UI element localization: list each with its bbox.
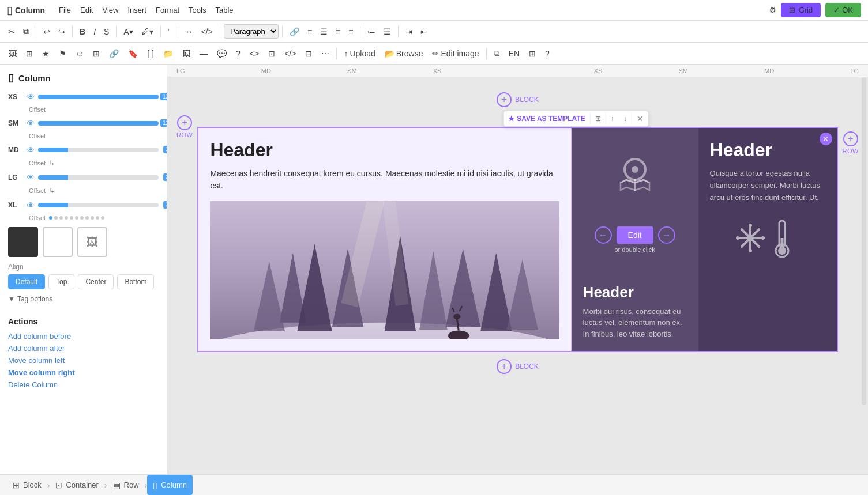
- dot-3[interactable]: [59, 216, 63, 220]
- close-column-button[interactable]: ✕: [820, 133, 832, 145]
- align-bottom-button[interactable]: Bottom: [117, 274, 154, 289]
- lg-slider[interactable]: 3: [38, 175, 159, 180]
- tag-options[interactable]: ▼ Tag options: [8, 295, 159, 303]
- column-mid[interactable]: ← Edit → or double click Header Morbi du…: [572, 128, 698, 351]
- ul-button[interactable]: ≔: [364, 25, 379, 39]
- breadcrumb-row[interactable]: ▤ Row: [107, 475, 145, 495]
- add-column-after-link[interactable]: Add column after: [8, 344, 159, 353]
- edit-image-button[interactable]: ✏ Edit image: [428, 47, 483, 61]
- html-button[interactable]: <>: [246, 47, 263, 61]
- justify-button[interactable]: ≡: [345, 25, 356, 39]
- template-bar-close-button[interactable]: ✕: [632, 111, 648, 126]
- add-row-right[interactable]: +: [843, 131, 858, 146]
- menu-tools[interactable]: Tools: [189, 6, 206, 14]
- cut-button[interactable]: ✂: [5, 25, 18, 39]
- undo-button[interactable]: ↩: [40, 25, 54, 39]
- code2-button[interactable]: </>: [280, 47, 300, 61]
- upload-button[interactable]: ↑ Upload: [340, 47, 379, 61]
- speech-button[interactable]: 💬: [213, 47, 231, 61]
- save-as-template-button[interactable]: ★ SAVE AS TEMPLATE: [503, 112, 589, 126]
- add-row-circle-icon[interactable]: +: [177, 115, 192, 130]
- gallery-button[interactable]: 🖼: [178, 47, 194, 61]
- align-right-button[interactable]: ≡: [332, 25, 344, 39]
- menu-view[interactable]: View: [102, 6, 118, 14]
- emoji-button[interactable]: ☺: [72, 47, 88, 61]
- widget-button[interactable]: ⊡: [264, 47, 279, 61]
- add-row-top[interactable]: +: [177, 115, 192, 130]
- image-insert-button[interactable]: 🖼: [5, 47, 21, 61]
- more-button[interactable]: ⋯: [317, 47, 333, 61]
- question-button[interactable]: ?: [232, 47, 245, 61]
- add-block-bottom[interactable]: + BLOCK: [176, 359, 859, 374]
- md-slider[interactable]: 3: [38, 148, 159, 152]
- breadcrumb-column[interactable]: ▯ Column: [147, 475, 193, 495]
- dot-4[interactable]: [65, 216, 68, 220]
- menu-edit[interactable]: Edit: [80, 6, 93, 14]
- dot-10[interactable]: [96, 216, 99, 220]
- image-swatch[interactable]: 🖼: [77, 227, 107, 257]
- browse-button[interactable]: 📂 Browse: [381, 47, 427, 61]
- indent-button[interactable]: ⇥: [402, 25, 416, 39]
- md-eye-icon[interactable]: 👁: [27, 145, 35, 154]
- accessibility-button[interactable]: ⊞: [525, 47, 540, 61]
- menu-format[interactable]: Format: [156, 6, 179, 14]
- dot-7[interactable]: [80, 216, 84, 220]
- paragraph-select[interactable]: Paragraph: [224, 24, 279, 39]
- link2-button[interactable]: 🔗: [105, 47, 123, 61]
- add-block-top[interactable]: + BLOCK: [176, 92, 859, 107]
- color-swatch-white[interactable]: [43, 227, 73, 257]
- icon-button[interactable]: ★: [38, 47, 54, 61]
- add-block-bottom-icon[interactable]: +: [497, 359, 512, 374]
- lang-button[interactable]: EN: [505, 47, 524, 61]
- align-center-button[interactable]: ☰: [317, 25, 331, 39]
- dot-1[interactable]: [49, 216, 52, 220]
- align-center-button[interactable]: Center: [78, 274, 114, 289]
- nav-right-button[interactable]: →: [658, 226, 675, 244]
- delete-column-link[interactable]: Delete Column: [8, 380, 159, 389]
- align-top-button[interactable]: Top: [48, 274, 74, 289]
- xs-eye-icon[interactable]: 👁: [27, 92, 35, 101]
- breadcrumb-block[interactable]: ⊞ Block: [7, 475, 47, 495]
- bold-button[interactable]: B: [76, 25, 89, 39]
- menu-table[interactable]: Table: [215, 6, 233, 14]
- edit-button[interactable]: Edit: [617, 226, 653, 244]
- layout-icon-button[interactable]: ⊞: [591, 112, 606, 126]
- dot-8[interactable]: [85, 216, 89, 220]
- dot-2[interactable]: [54, 216, 58, 220]
- flag-button[interactable]: ⚑: [55, 47, 70, 61]
- column-right[interactable]: ✕ Header Quisque a tortor egestas nulla …: [698, 128, 837, 351]
- code-button[interactable]: </>: [198, 25, 216, 39]
- italic-button[interactable]: I: [90, 25, 99, 39]
- lg-eye-icon[interactable]: 👁: [27, 173, 35, 182]
- align-default-button[interactable]: Default: [8, 274, 45, 289]
- help-button[interactable]: ?: [541, 47, 554, 61]
- sm-eye-icon[interactable]: 👁: [27, 119, 35, 128]
- scrollbar[interactable]: [862, 77, 866, 405]
- bookmark-button[interactable]: 🔖: [124, 47, 142, 61]
- copy-button[interactable]: ⧉: [20, 24, 32, 39]
- quote-button[interactable]: ": [164, 25, 174, 39]
- link-button[interactable]: 🔗: [286, 25, 303, 39]
- duplicate-button[interactable]: ⧉: [490, 46, 503, 61]
- move-up-button[interactable]: ↑: [606, 112, 619, 126]
- dot-11[interactable]: [101, 216, 104, 220]
- grid-insert-button[interactable]: ⊞: [89, 47, 104, 61]
- folder-button[interactable]: 📁: [159, 47, 177, 61]
- xs-slider[interactable]: 12: [38, 95, 159, 99]
- xl-eye-icon[interactable]: 👁: [27, 201, 35, 210]
- outdent-button[interactable]: ⇤: [417, 25, 431, 39]
- add-row-right-icon[interactable]: +: [843, 131, 858, 146]
- add-block-top-icon[interactable]: +: [497, 92, 512, 107]
- font-color-button[interactable]: A▾: [120, 25, 136, 39]
- xl-slider[interactable]: 3: [38, 203, 159, 207]
- settings-icon[interactable]: ⚙: [769, 6, 776, 14]
- column-left[interactable]: Header Maecenas hendrerit consequat lore…: [198, 128, 571, 351]
- dot-5[interactable]: [70, 216, 73, 220]
- dot-9[interactable]: [91, 216, 94, 220]
- strikethrough-button[interactable]: S: [100, 25, 112, 39]
- align-left-button[interactable]: ↔: [182, 25, 197, 39]
- nav-left-button[interactable]: ←: [595, 226, 612, 244]
- menu-insert[interactable]: Insert: [127, 6, 146, 14]
- split-button[interactable]: ⊟: [301, 47, 316, 61]
- line-button[interactable]: —: [196, 47, 212, 61]
